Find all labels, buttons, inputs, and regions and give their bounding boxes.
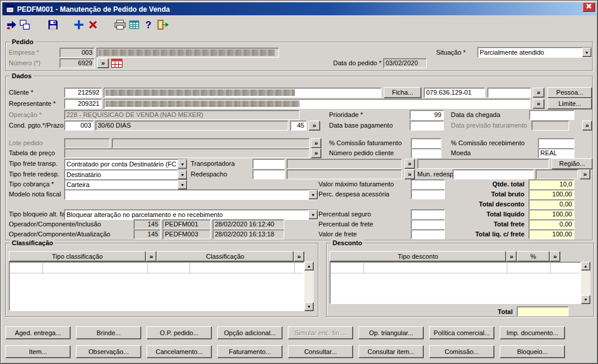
lote-lookup-button[interactable]: » <box>311 138 321 148</box>
scroll-down-button[interactable]: ▼ <box>304 302 314 311</box>
modelo-nf-label: Modelo nota fiscal <box>9 191 61 198</box>
transportadora-label: Transportadora <box>191 160 235 168</box>
comissao-recebimento-input[interactable] <box>538 138 574 148</box>
scroll-up-button[interactable]: ▲ <box>304 262 314 271</box>
tabela-preco-lookup-button[interactable]: » <box>311 148 321 158</box>
transportadora-input[interactable] <box>253 159 285 169</box>
cond-pgto-lookup-button[interactable]: » <box>308 121 320 131</box>
total-frete-field: 0,00 <box>529 219 574 229</box>
desconto-scrollbar[interactable]: ▲ ▼ <box>581 262 590 304</box>
inclusao-label: Operador/Componente/Inclusão <box>9 221 101 228</box>
numero-pedido-cliente-input[interactable] <box>411 148 441 158</box>
print-icon <box>114 18 127 31</box>
exit-icon <box>156 18 169 31</box>
redespacho-input[interactable] <box>253 169 285 179</box>
save-button[interactable] <box>46 18 59 31</box>
print-button[interactable] <box>114 18 127 31</box>
dropdown-arrow-icon[interactable]: ▼ <box>178 180 187 189</box>
dropdown-arrow-icon[interactable]: ▼ <box>308 190 318 199</box>
opcao-adicional-button[interactable]: Opção adicional... <box>217 326 283 339</box>
add-button[interactable] <box>72 18 85 31</box>
bloqueio-button[interactable]: Bloqueio... <box>500 345 565 358</box>
atualizacao-timestamp-field: 28/02/2020 16:13:18 <box>212 229 284 239</box>
tipo-cobranca-select[interactable]: Carteira ▼ <box>64 179 188 190</box>
pessoa-button[interactable]: Pessoa... <box>547 87 592 98</box>
cliente-lookup-button[interactable]: » <box>533 88 544 98</box>
comissao-faturamento-input[interactable] <box>411 138 441 148</box>
tipo-desconto-header[interactable]: Tipo desconto <box>330 251 506 262</box>
mun-redesp-lookup-button[interactable]: » <box>580 169 590 179</box>
tipo-desconto-lookup-button[interactable]: » <box>506 251 517 262</box>
representante-lookup-button[interactable]: » <box>533 99 544 109</box>
goto-button[interactable] <box>5 18 18 31</box>
desconto-total-field <box>517 306 569 316</box>
consultar-item-button[interactable]: Consultar item... <box>358 345 424 358</box>
prioridade-input[interactable]: 99 <box>410 110 444 120</box>
cond-pgto-label: Cond. pgto.*/Prazo <box>9 122 64 129</box>
scroll-up-button[interactable]: ▲ <box>581 262 590 271</box>
help-button[interactable]: ? <box>142 18 155 31</box>
lote-pedido-label: Lote pedido <box>9 139 43 147</box>
consultar-button[interactable]: Consultar... <box>288 345 353 358</box>
total-desconto-label: Total desconto <box>439 201 524 208</box>
dropdown-arrow-icon[interactable]: ▼ <box>178 170 187 179</box>
table-button[interactable] <box>128 18 141 31</box>
op-pedido-button[interactable]: O.P. pedido... <box>147 326 212 339</box>
percentual-header[interactable]: % <box>517 251 550 262</box>
observacao-button[interactable]: Observação... <box>76 345 141 358</box>
prazo-input[interactable]: 45 <box>290 121 307 131</box>
regiao-button[interactable]: Região... <box>552 158 593 169</box>
cancelamento-button[interactable]: Cancelamento... <box>147 345 212 358</box>
aged-entrega-button[interactable]: Aged. entrega... <box>5 326 71 339</box>
data-previsao-lookup-button[interactable]: » <box>582 121 592 131</box>
brinde-button[interactable]: Brinde... <box>76 326 141 339</box>
exit-button[interactable] <box>156 18 169 31</box>
redacted-text <box>105 89 295 96</box>
classificacao-header[interactable]: Classificação <box>157 251 294 262</box>
dados-legend: Dados <box>10 72 34 80</box>
item-button[interactable]: Item... <box>5 345 71 358</box>
data-chegada-input[interactable] <box>529 110 574 120</box>
modelo-nf-select[interactable]: ▼ <box>64 189 318 200</box>
redespacho-lookup-button[interactable]: » <box>404 169 415 179</box>
transportadora-lookup-button[interactable]: » <box>404 159 415 169</box>
politica-comercial-button[interactable]: Política comercial... <box>429 326 494 339</box>
numero-lookup-button[interactable]: » <box>97 58 109 68</box>
tipo-classificacao-header[interactable]: Tipo classificação <box>9 251 146 262</box>
copy-button[interactable] <box>18 18 31 31</box>
total-frete-label: Total frete <box>439 221 524 228</box>
atualizacao-componente-field: PEDFM003 <box>162 229 211 239</box>
classificacao-grid[interactable] <box>9 262 304 311</box>
tipo-classificacao-lookup-button[interactable]: » <box>146 251 157 262</box>
total-desconto-field: 0,00 <box>529 199 574 209</box>
limite-button[interactable]: Limite... <box>547 98 592 109</box>
imp-documento-button[interactable]: Imp. documento... <box>500 326 565 339</box>
tipo-frete-redesp-select[interactable]: Destinatário ▼ <box>64 169 188 180</box>
delete-button[interactable] <box>87 18 99 31</box>
dropdown-arrow-icon[interactable]: ▼ <box>308 210 318 219</box>
representante-code-input[interactable]: 209321 <box>64 99 102 109</box>
tipo-frete-transp-select[interactable]: Contratado por conta Destinatário (FC ▼ <box>64 159 188 169</box>
classificacao-scrollbar[interactable]: ▲ ▼ <box>304 262 314 311</box>
tipo-bloqueio-select[interactable]: Bloquear alteração no parcelamento e no … <box>64 209 318 220</box>
scroll-down-button[interactable]: ▼ <box>581 295 590 304</box>
comissao-button[interactable]: Comissão... <box>429 345 494 358</box>
cliente-code-input[interactable]: 212592 <box>64 88 102 98</box>
close-button[interactable] <box>583 2 595 12</box>
dropdown-arrow-icon[interactable]: ▼ <box>178 159 187 169</box>
situacao-select[interactable]: Parcialmente atendido ▼ <box>477 47 592 58</box>
ficha-button[interactable]: Ficha... <box>384 87 421 98</box>
percentual-lookup-button[interactable]: » <box>550 251 560 262</box>
redespacho-name-field <box>287 169 402 179</box>
cliente-extra-field[interactable] <box>487 88 531 98</box>
classificacao-lookup-button[interactable]: » <box>294 251 304 262</box>
perc-despesa-label: Perc. despesa acessória <box>318 191 389 198</box>
dropdown-arrow-icon[interactable]: ▼ <box>582 48 592 57</box>
op-triangular-button[interactable]: Op. triangular... <box>358 326 424 339</box>
data-base-pagamento-input[interactable] <box>410 121 444 131</box>
desconto-grid[interactable] <box>330 262 581 304</box>
mun-redesp-input[interactable] <box>453 169 534 179</box>
calendar-icon[interactable] <box>111 59 122 68</box>
faturamento-button[interactable]: Faturamento... <box>217 345 283 358</box>
cond-pgto-code-input[interactable]: 003 <box>64 121 94 131</box>
